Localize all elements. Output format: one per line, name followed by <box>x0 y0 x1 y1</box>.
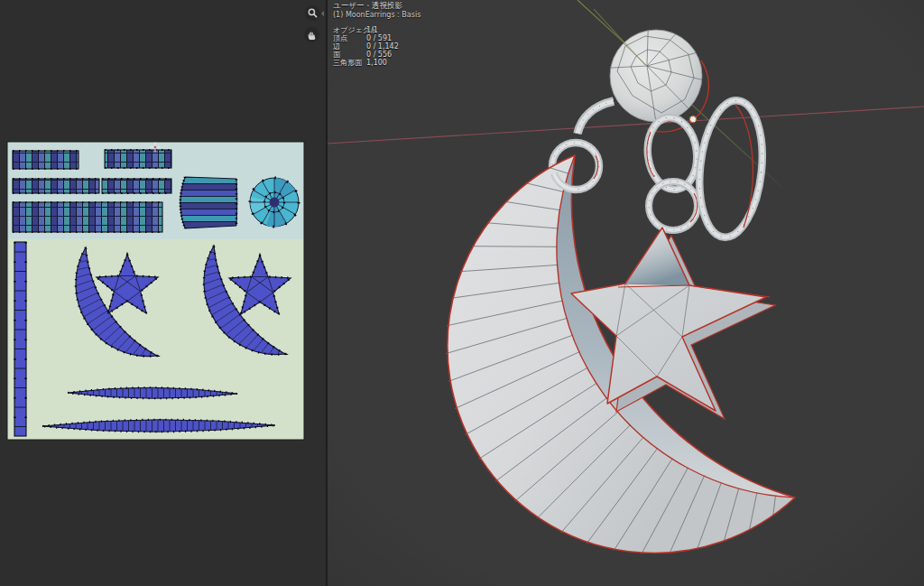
stat-value: 1/1 <box>366 26 420 34</box>
view-perspective-label: ユーザー・透視投影 <box>333 2 420 10</box>
scene-statistics: オブジェクト 1/1 頂点 0 / 591 辺 0 / 1,142 面 0 / … <box>333 26 420 67</box>
stat-label: オブジェクト <box>333 26 366 34</box>
hand-icon <box>307 30 318 41</box>
stat-value: 0 / 591 <box>366 34 420 42</box>
uv-editor[interactable] <box>0 0 326 586</box>
viewport-canvas[interactable] <box>328 0 924 586</box>
stat-value: 1,100 <box>366 59 420 67</box>
3d-viewport[interactable]: ユーザー・透視投影 (1) MoonEarrings : Basis オブジェク… <box>328 0 924 586</box>
stat-value: 0 / 1,142 <box>366 42 420 51</box>
uv-canvas[interactable] <box>0 0 326 586</box>
viewport-vignette <box>328 0 924 586</box>
stat-value: 0 / 556 <box>366 51 420 59</box>
blender-window: ユーザー・透視投影 (1) MoonEarrings : Basis オブジェク… <box>0 0 924 586</box>
active-object-label: (1) MoonEarrings : Basis <box>333 11 420 19</box>
viewport-overlay-text: ユーザー・透視投影 (1) MoonEarrings : Basis オブジェク… <box>333 2 420 67</box>
uv-island-disc[interactable] <box>250 178 299 227</box>
stat-label: 頂点 <box>333 34 366 42</box>
stat-label: 三角形面 <box>333 59 366 67</box>
stat-label: 面 <box>333 51 366 59</box>
zoom-tool-button[interactable] <box>305 5 320 21</box>
uv-island-fan[interactable] <box>180 177 237 228</box>
magnifier-icon <box>307 7 319 19</box>
uv-island-strip-vertical[interactable] <box>14 242 26 436</box>
stat-label: 辺 <box>333 42 366 51</box>
pan-tool-button[interactable] <box>304 27 319 42</box>
